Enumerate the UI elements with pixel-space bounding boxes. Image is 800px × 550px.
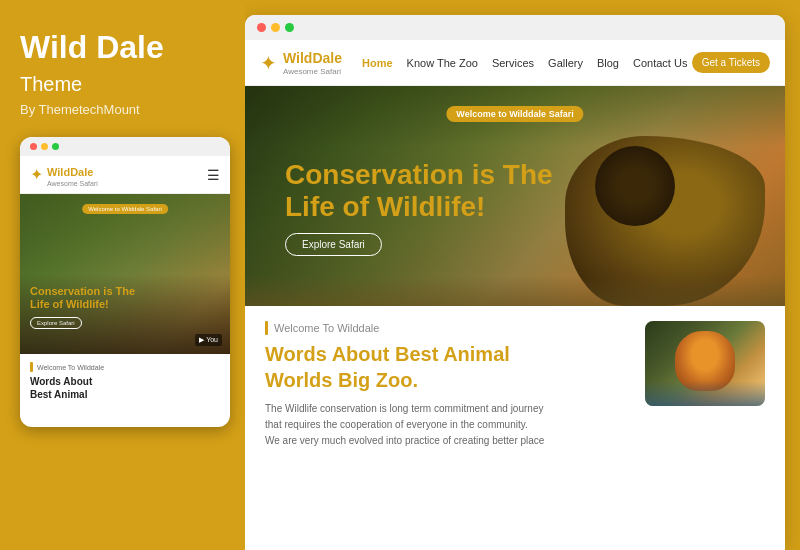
desktop-content: Welcome To Wilddale Words About Best Ani… — [245, 306, 785, 550]
desktop-nav-links: Home Know The Zoo Services Gallery Blog … — [362, 57, 692, 69]
desktop-logo-icon: ✦ — [260, 51, 277, 75]
mobile-hero-heading: Conservation is The Life of Wildlife! — [30, 285, 135, 311]
desktop-logo-sub: Awesome Safari — [283, 67, 342, 76]
welcome-label: Welcome To Wilddale — [274, 322, 379, 334]
mobile-welcome-badge: Welcome to Wilddale Safari — [82, 204, 168, 214]
theme-subtitle: Theme — [20, 73, 225, 96]
mobile-welcome-text: Welcome To Wilddale — [37, 364, 104, 371]
mobile-mockup: ✦ WildDale Awesome Safari ☰ Welcome to W… — [20, 137, 230, 427]
mobile-navbar: ✦ WildDale Awesome Safari ☰ — [20, 156, 230, 194]
welcome-label-row: Welcome To Wilddale — [265, 321, 625, 335]
hero-ground — [245, 276, 785, 306]
welcome-bar — [265, 321, 268, 335]
desktop-dot-red — [257, 23, 266, 32]
nav-link-contact[interactable]: Contact Us — [633, 57, 687, 69]
mobile-titlebar — [20, 137, 230, 156]
hero-welcome-badge: Welcome to Wilddale Safari — [446, 106, 583, 122]
desktop-logo: ✦ WildDale Awesome Safari — [260, 49, 342, 76]
desktop-navbar: ✦ WildDale Awesome Safari Home Know The … — [245, 40, 785, 86]
mobile-dot-red — [30, 143, 37, 150]
content-right — [645, 321, 765, 535]
hero-heading: Conservation is The Life of Wildlife! — [285, 159, 553, 223]
mobile-welcome-bar — [30, 362, 33, 372]
mobile-logo-sub: Awesome Safari — [47, 180, 98, 187]
hero-lion-mane — [595, 146, 675, 226]
theme-author: By ThemetechMount — [20, 102, 225, 117]
desktop-titlebar — [245, 15, 785, 40]
mobile-content-heading: Words About Best Animal — [30, 375, 220, 401]
left-panel: Wild Dale Theme By ThemetechMount ✦ Wild… — [0, 0, 245, 550]
desktop-logo-text: WildDale — [283, 50, 342, 66]
desktop-dot-green — [285, 23, 294, 32]
content-heading: Words About Best Animal Worlds Big Zoo. — [265, 341, 625, 393]
hero-explore-button[interactable]: Explore Safari — [285, 233, 382, 256]
mobile-content: Welcome To Wilddale Words About Best Ani… — [20, 354, 230, 409]
mobile-logo-icon: ✦ — [30, 165, 43, 184]
nav-link-home[interactable]: Home — [362, 57, 393, 69]
mobile-explore-button[interactable]: Explore Safari — [30, 317, 82, 329]
theme-title: Wild Dale — [20, 30, 225, 65]
mobile-logo: ✦ WildDale Awesome Safari — [30, 162, 98, 187]
mobile-hero: Welcome to Wilddale Safari Conservation … — [20, 194, 230, 354]
mobile-welcome-row: Welcome To Wilddale — [30, 362, 220, 372]
content-paragraph: The Wildlife conservation is long term c… — [265, 401, 545, 449]
ticket-button[interactable]: Get a Tickets — [692, 52, 770, 73]
tiger-image — [645, 321, 765, 406]
nav-link-know-the-zoo[interactable]: Know The Zoo — [407, 57, 478, 69]
nav-link-services[interactable]: Services — [492, 57, 534, 69]
mobile-hamburger-icon[interactable]: ☰ — [207, 167, 220, 183]
mobile-logo-text: WildDale — [47, 166, 93, 178]
desktop-hero: Welcome to Wilddale Safari Conservation … — [245, 86, 785, 306]
content-left: Welcome To Wilddale Words About Best Ani… — [265, 321, 625, 535]
nav-link-gallery[interactable]: Gallery — [548, 57, 583, 69]
desktop-dot-yellow — [271, 23, 280, 32]
hero-text: Conservation is The Life of Wildlife! Ex… — [285, 159, 553, 256]
right-panel: ✦ WildDale Awesome Safari Home Know The … — [245, 15, 785, 550]
tiger-water — [645, 381, 765, 406]
nav-link-blog[interactable]: Blog — [597, 57, 619, 69]
mobile-dot-yellow — [41, 143, 48, 150]
mobile-dot-green — [52, 143, 59, 150]
mobile-video-label: ▶ You — [195, 334, 222, 346]
mobile-hero-text: Conservation is The Life of Wildlife! Ex… — [30, 285, 135, 329]
